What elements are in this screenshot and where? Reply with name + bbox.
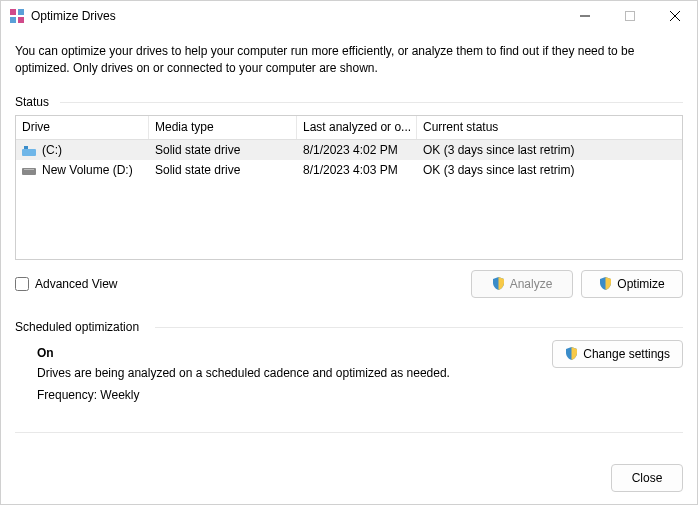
separator (15, 432, 683, 433)
svg-rect-3 (18, 17, 24, 23)
advanced-view-label: Advanced View (35, 277, 118, 291)
drive-status: OK (3 days since last retrim) (417, 163, 682, 177)
close-label: Close (632, 471, 663, 485)
drive-media: Solid state drive (149, 143, 297, 157)
svg-rect-9 (24, 146, 28, 149)
col-last[interactable]: Last analyzed or o... (297, 116, 417, 139)
table-row[interactable]: (C:) Solid state drive 8/1/2023 4:02 PM … (16, 140, 682, 160)
advanced-view-input[interactable] (15, 277, 29, 291)
analyze-button[interactable]: Analyze (471, 270, 573, 298)
analyze-label: Analyze (510, 277, 553, 291)
svg-rect-11 (24, 169, 34, 170)
table-row[interactable]: New Volume (D:) Solid state drive 8/1/20… (16, 160, 682, 180)
shield-icon (565, 347, 578, 360)
change-settings-label: Change settings (583, 347, 670, 361)
os-drive-icon (22, 145, 36, 155)
scheduled-state: On (37, 346, 544, 360)
titlebar: Optimize Drives (1, 1, 697, 31)
drive-last: 8/1/2023 4:02 PM (297, 143, 417, 157)
optimize-button[interactable]: Optimize (581, 270, 683, 298)
svg-rect-0 (10, 9, 16, 15)
col-drive[interactable]: Drive (16, 116, 149, 139)
drive-name: New Volume (D:) (42, 163, 133, 177)
optimize-label: Optimize (617, 277, 664, 291)
change-settings-button[interactable]: Change settings (552, 340, 683, 368)
window-title: Optimize Drives (31, 9, 562, 23)
col-media[interactable]: Media type (149, 116, 297, 139)
drive-last: 8/1/2023 4:03 PM (297, 163, 417, 177)
scheduled-desc: Drives are being analyzed on a scheduled… (37, 366, 544, 380)
drive-media: Solid state drive (149, 163, 297, 177)
drives-table: Drive Media type Last analyzed or o... C… (15, 115, 683, 260)
svg-rect-1 (18, 9, 24, 15)
scheduled-label: Scheduled optimization (15, 320, 683, 334)
status-label: Status (15, 95, 683, 109)
ssd-drive-icon (22, 165, 36, 175)
minimize-button[interactable] (562, 1, 607, 31)
close-window-button[interactable] (652, 1, 697, 31)
drive-status: OK (3 days since last retrim) (417, 143, 682, 157)
shield-icon (599, 277, 612, 290)
svg-rect-2 (10, 17, 16, 23)
col-status[interactable]: Current status (417, 116, 682, 139)
maximize-button[interactable] (607, 1, 652, 31)
svg-rect-8 (22, 149, 36, 156)
close-button[interactable]: Close (611, 464, 683, 492)
advanced-view-checkbox[interactable]: Advanced View (15, 277, 118, 291)
svg-rect-5 (625, 12, 634, 21)
drive-name: (C:) (42, 143, 62, 157)
scheduled-frequency: Frequency: Weekly (37, 388, 544, 402)
intro-text: You can optimize your drives to help you… (15, 43, 683, 77)
shield-icon (492, 277, 505, 290)
defrag-icon (9, 8, 25, 24)
